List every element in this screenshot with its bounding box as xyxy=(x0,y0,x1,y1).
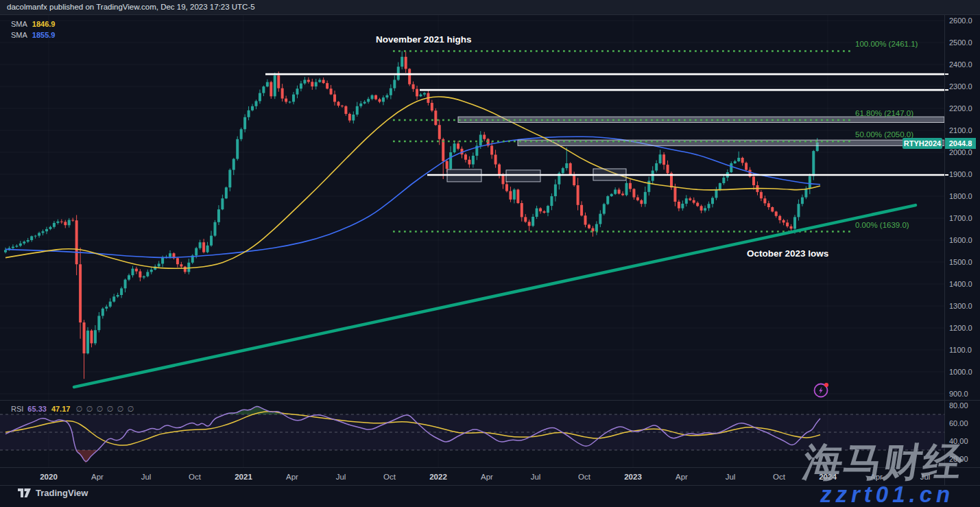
rsi-empty-value: ∅ xyxy=(128,405,134,413)
horizontal-level-lines[interactable] xyxy=(265,74,944,175)
watermark-url: zzrt01.cn xyxy=(820,482,954,507)
symbol-badge: RTYH2024 xyxy=(903,138,942,149)
sma-fast-value: 1846.9 xyxy=(32,20,56,28)
ascending-trendline[interactable] xyxy=(74,205,916,387)
rsi-empty-value: ∅ xyxy=(117,405,124,413)
rsi-empty-value: ∅ xyxy=(107,405,114,413)
candlestick-series xyxy=(4,51,819,379)
annotation-october-2023-lows: October 2023 lows xyxy=(747,248,828,259)
fib-retracement[interactable]: 100.00% (2461.1)61.80% (2147.0)50.00% (2… xyxy=(393,40,918,231)
rsi-value: 65.33 xyxy=(27,405,47,413)
pane-separator[interactable] xyxy=(0,400,980,401)
annotation-november-2021-highs: November 2021 highs xyxy=(376,34,472,45)
flash-ideas-icon[interactable] xyxy=(811,380,832,401)
tradingview-published-chart: 100.00% (2461.1)61.80% (2147.0)50.00% (2… xyxy=(0,0,980,507)
notification-dot xyxy=(824,383,828,387)
indicator-legend: SMA1846.9 SMA1855.9 xyxy=(11,19,56,40)
rsi-legend-row[interactable]: RSI65.3347.17∅∅∅∅∅∅ xyxy=(11,404,138,414)
tradingview-logo-icon xyxy=(18,488,31,498)
rsi-label: RSI xyxy=(11,405,23,413)
sma-slow-legend-row[interactable]: SMA1855.9 xyxy=(11,30,56,40)
rsi-empty-value: ∅ xyxy=(75,405,82,413)
sma-fast-legend-row[interactable]: SMA1846.9 xyxy=(11,19,56,30)
fib-label: 61.80% (2147.0) xyxy=(855,109,913,117)
publish-header-text: dacolmanfx published on TradingView.com,… xyxy=(7,3,255,11)
sma-slow-line xyxy=(5,137,820,257)
chart-canvas[interactable]: 100.00% (2461.1)61.80% (2147.0)50.00% (2… xyxy=(0,0,980,507)
publish-header: dacolmanfx published on TradingView.com,… xyxy=(0,0,980,15)
rsi-empty-values: ∅∅∅∅∅∅ xyxy=(75,405,137,413)
tradingview-brand-text: TradingView xyxy=(36,488,88,498)
rsi-ma-value: 47.17 xyxy=(51,405,71,413)
fib-label: 100.00% (2461.1) xyxy=(855,40,918,48)
tradingview-brand[interactable]: TradingView xyxy=(18,488,88,498)
sma-slow-value: 1855.9 xyxy=(32,31,56,39)
rsi-empty-value: ∅ xyxy=(86,405,93,413)
time-axis[interactable] xyxy=(0,467,944,485)
price-axis[interactable] xyxy=(944,15,980,467)
sma-fast-label: SMA xyxy=(11,20,27,28)
sma-slow-label: SMA xyxy=(11,31,27,39)
fib-label: 0.00% (1639.0) xyxy=(855,221,909,229)
rsi-empty-value: ∅ xyxy=(96,405,103,413)
